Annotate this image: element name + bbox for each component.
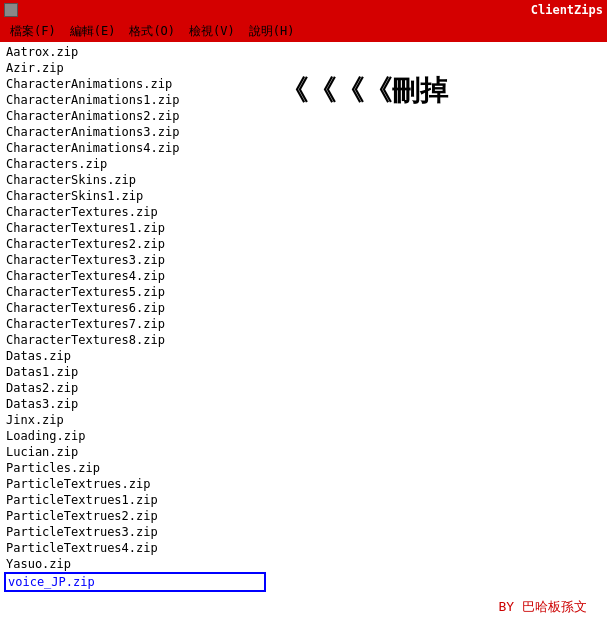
list-item[interactable]: CharacterSkins.zip	[4, 172, 266, 188]
right-panel: 《《《《刪掉 BY 巴哈板孫文	[270, 42, 607, 636]
list-item[interactable]: CharacterTextures3.zip	[4, 252, 266, 268]
list-item[interactable]: CharacterAnimations3.zip	[4, 124, 266, 140]
list-item[interactable]: CharacterAnimations4.zip	[4, 140, 266, 156]
list-item[interactable]: ParticleTextrues4.zip	[4, 540, 266, 556]
list-item[interactable]: Datas2.zip	[4, 380, 266, 396]
list-item[interactable]: CharacterTextures7.zip	[4, 316, 266, 332]
list-item[interactable]: CharacterAnimations2.zip	[4, 108, 266, 124]
list-item[interactable]: CharacterTextures4.zip	[4, 268, 266, 284]
list-item[interactable]: voice_JP.zip	[4, 572, 266, 592]
list-item[interactable]: Azir.zip	[4, 60, 266, 76]
list-item[interactable]: Jinx.zip	[4, 412, 266, 428]
list-item[interactable]: Aatrox.zip	[4, 44, 266, 60]
file-list-panel[interactable]: Aatrox.zipAzir.zipCharacterAnimations.zi…	[0, 42, 270, 636]
list-item[interactable]: ParticleTextrues1.zip	[4, 492, 266, 508]
list-item[interactable]: CharacterTextures5.zip	[4, 284, 266, 300]
delete-area: 《《《《刪掉	[280, 72, 597, 110]
menu-format[interactable]: 格式(O)	[123, 22, 181, 41]
list-item[interactable]: Particles.zip	[4, 460, 266, 476]
list-item[interactable]: CharacterTextures1.zip	[4, 220, 266, 236]
delete-label: 《《《《刪掉	[280, 72, 448, 110]
list-item[interactable]: Datas.zip	[4, 348, 266, 364]
list-item[interactable]: CharacterAnimations.zip	[4, 76, 266, 92]
menu-file[interactable]: 檔案(F)	[4, 22, 62, 41]
list-item[interactable]: CharacterAnimations1.zip	[4, 92, 266, 108]
list-item[interactable]: CharacterTextures.zip	[4, 204, 266, 220]
menu-view[interactable]: 檢視(V)	[183, 22, 241, 41]
menu-edit[interactable]: 編輯(E)	[64, 22, 122, 41]
list-item[interactable]: ParticleTextrues.zip	[4, 476, 266, 492]
list-item[interactable]: CharacterTextures8.zip	[4, 332, 266, 348]
main-content: Aatrox.zipAzir.zipCharacterAnimations.zi…	[0, 42, 607, 636]
app-icon	[4, 3, 18, 17]
list-item[interactable]: Lucian.zip	[4, 444, 266, 460]
menu-help[interactable]: 說明(H)	[243, 22, 301, 41]
title-bar: ClientZips	[0, 0, 607, 20]
list-item[interactable]: Datas1.zip	[4, 364, 266, 380]
list-item[interactable]: Loading.zip	[4, 428, 266, 444]
list-item[interactable]: ParticleTextrues3.zip	[4, 524, 266, 540]
list-item[interactable]: Datas3.zip	[4, 396, 266, 412]
list-item[interactable]: Characters.zip	[4, 156, 266, 172]
window-title: ClientZips	[531, 3, 603, 17]
menu-bar: 檔案(F) 編輯(E) 格式(O) 檢視(V) 說明(H)	[0, 20, 607, 42]
list-item[interactable]: CharacterSkins1.zip	[4, 188, 266, 204]
list-item[interactable]: ParticleTextrues2.zip	[4, 508, 266, 524]
title-bar-left	[4, 3, 18, 17]
list-item[interactable]: Yasuo.zip	[4, 556, 266, 572]
credit-text: BY 巴哈板孫文	[499, 598, 587, 616]
list-item[interactable]: CharacterTextures6.zip	[4, 300, 266, 316]
list-item[interactable]: CharacterTextures2.zip	[4, 236, 266, 252]
